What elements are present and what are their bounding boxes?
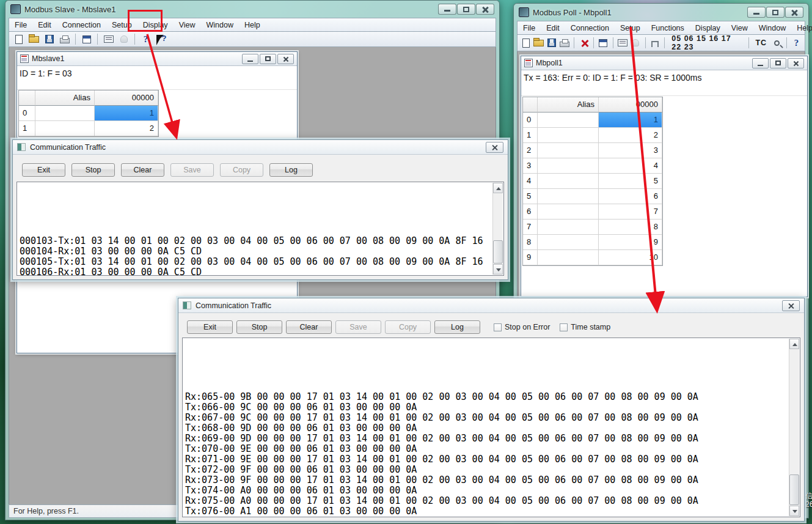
alias-cell[interactable] [538, 113, 599, 128]
maximize-button[interactable] [766, 7, 785, 18]
doc-minimize-button[interactable] [242, 54, 258, 64]
clear-button[interactable]: Clear [121, 163, 164, 177]
time-stamp-checkbox[interactable] [560, 323, 568, 331]
table-row[interactable]: 7 8 [523, 220, 662, 235]
table-row[interactable]: 8 9 [523, 235, 662, 250]
scroll-down-icon[interactable] [493, 264, 503, 275]
table-row[interactable]: 6 7 [523, 204, 662, 220]
value-cell[interactable]: 4 [599, 158, 662, 174]
display-setup-icon[interactable] [598, 37, 609, 50]
cancel-icon[interactable] [578, 37, 590, 50]
menu-item[interactable]: Help [791, 22, 812, 34]
value-cell[interactable]: 9 [599, 235, 662, 250]
display-setup-icon[interactable] [79, 33, 93, 46]
function-code-buttons[interactable]: 05 06 15 16 17 22 23 [668, 34, 744, 51]
mbpoll1-titlebar[interactable]: Mbpoll1 [521, 56, 807, 70]
close-button[interactable] [785, 7, 803, 18]
scrollbar-thumb[interactable] [493, 240, 503, 264]
menu-item[interactable]: View [726, 22, 753, 34]
alias-cell[interactable] [35, 106, 95, 121]
exit-button[interactable]: Exit [22, 163, 65, 177]
minimize-button[interactable] [747, 7, 766, 18]
new-file-icon[interactable] [520, 37, 532, 50]
vertical-scrollbar[interactable] [492, 183, 503, 275]
menu-item[interactable]: Setup [615, 22, 646, 34]
slave-titlebar[interactable]: Modbus Slave - Mbslave1 [5, 1, 499, 18]
menu-item[interactable]: Display [137, 19, 174, 31]
value-cell[interactable]: 2 [599, 128, 662, 143]
help-icon[interactable]: ? [139, 33, 153, 46]
stop-on-error-option[interactable]: Stop on Error [494, 323, 550, 331]
table-row[interactable]: 0 1 [19, 106, 158, 121]
alias-cell[interactable] [538, 250, 599, 265]
doc-minimize-button[interactable] [752, 58, 769, 68]
dialog-titlebar[interactable]: Communication Traffic [178, 298, 804, 313]
clear-button[interactable]: Clear [286, 320, 332, 334]
table-row[interactable]: 0 1 [523, 113, 662, 128]
alias-cell[interactable] [538, 235, 599, 250]
zoom-icon[interactable] [771, 37, 783, 50]
help-icon[interactable]: ? [791, 37, 802, 50]
poll-traffic-log[interactable]: Rx:065-00 9B 00 00 00 17 01 03 14 00 01 … [182, 338, 800, 517]
close-icon[interactable] [782, 300, 800, 311]
maximize-button[interactable] [457, 4, 475, 15]
alias-cell[interactable] [538, 143, 599, 158]
menu-item[interactable]: Window [201, 19, 239, 31]
table-row[interactable]: 5 6 [523, 189, 662, 204]
comm-disabled-icon[interactable] [630, 37, 642, 50]
alias-cell[interactable] [538, 174, 599, 189]
menu-item[interactable]: File [9, 19, 32, 31]
doc-maximize-button[interactable] [770, 58, 786, 68]
pulse-icon[interactable] [649, 37, 660, 50]
doc-maximize-button[interactable] [260, 54, 276, 64]
menu-item[interactable]: Edit [541, 22, 565, 34]
stop-button[interactable]: Stop [236, 320, 282, 334]
minimize-button[interactable] [438, 4, 456, 15]
value-cell[interactable]: 3 [599, 143, 662, 158]
alias-cell[interactable] [538, 204, 599, 220]
save-icon[interactable] [42, 33, 56, 46]
table-row[interactable]: 1 2 [19, 121, 158, 136]
context-help-icon[interactable] [154, 33, 168, 46]
alias-cell[interactable] [538, 128, 599, 143]
print-icon[interactable] [558, 37, 570, 50]
table-row[interactable]: 3 4 [523, 158, 662, 174]
value-cell[interactable]: 1 [95, 106, 158, 121]
test-center-button[interactable]: TC [752, 39, 770, 47]
value-cell[interactable]: 7 [599, 204, 662, 220]
value-cell[interactable]: 5 [599, 174, 662, 189]
alias-cell[interactable] [35, 121, 95, 136]
log-button[interactable]: Log [434, 320, 480, 334]
close-icon[interactable] [486, 142, 503, 153]
log-button[interactable]: Log [269, 163, 313, 177]
menu-item[interactable]: Edit [32, 19, 57, 31]
menu-item[interactable]: Display [690, 22, 726, 34]
close-button[interactable] [476, 4, 494, 15]
comm-log-icon[interactable] [101, 33, 115, 46]
menu-item[interactable]: Window [753, 22, 791, 34]
value-cell[interactable]: 8 [599, 220, 662, 235]
table-row[interactable]: 4 5 [523, 174, 662, 189]
menu-item[interactable]: Functions [646, 22, 690, 34]
table-row[interactable]: 9 10 [523, 250, 662, 265]
menu-item[interactable]: Setup [106, 19, 137, 31]
mbslave1-titlebar[interactable]: Mbslave1 [17, 52, 297, 66]
value-cell[interactable]: 10 [599, 250, 662, 265]
dialog-titlebar[interactable]: Communication Traffic [13, 140, 508, 155]
menu-item[interactable]: Connection [565, 22, 615, 34]
print-icon[interactable] [57, 33, 71, 46]
value-cell[interactable]: 1 [599, 113, 662, 128]
comm-disabled-icon[interactable] [117, 33, 131, 46]
vertical-scrollbar[interactable] [789, 339, 799, 516]
open-file-icon[interactable] [27, 33, 41, 46]
alias-cell[interactable] [538, 158, 599, 174]
exit-button[interactable]: Exit [187, 320, 233, 334]
save-icon[interactable] [546, 37, 557, 50]
table-row[interactable]: 2 3 [523, 143, 662, 158]
menu-item[interactable]: Help [239, 19, 266, 31]
comm-log-icon[interactable] [617, 37, 629, 50]
open-file-icon[interactable] [533, 37, 544, 50]
value-cell[interactable]: 6 [599, 189, 662, 204]
doc-close-button[interactable] [277, 54, 294, 64]
menu-item[interactable]: Connection [57, 19, 106, 31]
